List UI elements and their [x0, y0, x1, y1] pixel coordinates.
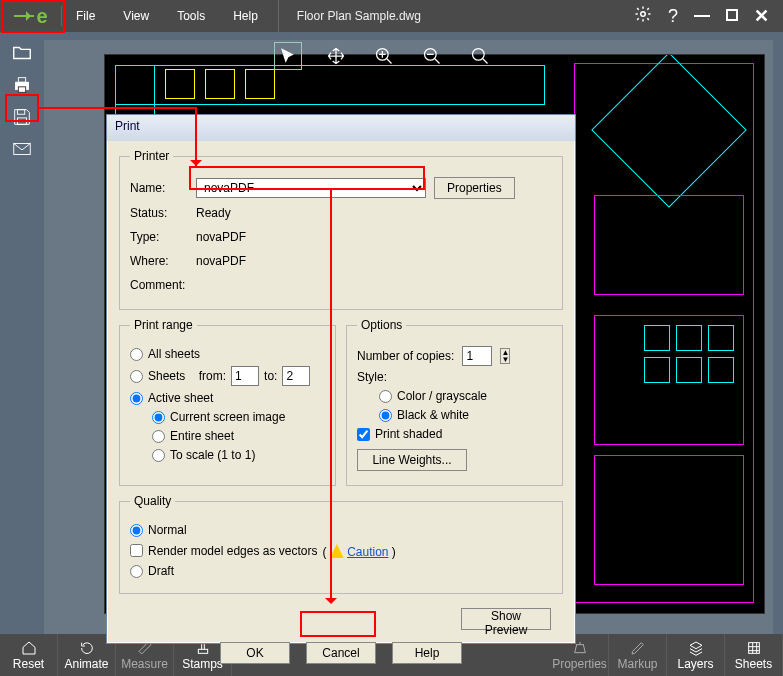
sheets-radio[interactable] [130, 370, 143, 383]
maximize-button[interactable] [726, 7, 738, 25]
reset-button[interactable]: Reset [0, 634, 58, 676]
layers-button[interactable]: Layers [667, 634, 725, 676]
app-logo[interactable]: e [0, 0, 62, 32]
cursor-icon[interactable] [274, 42, 302, 70]
to-scale-label: To scale (1 to 1) [170, 448, 255, 462]
vectors-label: Render model edges as vectors [148, 544, 317, 558]
settings-icon[interactable] [634, 5, 652, 27]
show-preview-button[interactable]: Show Preview [461, 608, 551, 630]
print-dialog: Print Printer Name: novaPDF Properties S… [106, 114, 576, 644]
style-label: Style: [357, 370, 552, 384]
printer-properties-button[interactable]: Properties [434, 177, 515, 199]
open-folder-icon[interactable] [7, 40, 37, 66]
sheets-label: Sheets [148, 369, 185, 383]
all-sheets-label: All sheets [148, 347, 200, 361]
options-group: Options Number of copies: ▲▼ Style: Colo… [346, 318, 563, 486]
printer-where-value: novaPDF [196, 254, 246, 268]
bw-radio[interactable] [379, 409, 392, 422]
svg-rect-11 [748, 642, 759, 653]
print-icon[interactable] [7, 72, 37, 98]
active-sheet-label: Active sheet [148, 391, 213, 405]
printer-comment-label: Comment: [130, 278, 188, 292]
svg-point-9 [473, 49, 485, 61]
svg-rect-2 [18, 78, 25, 83]
printer-name-label: Name: [130, 181, 188, 195]
printer-status-label: Status: [130, 206, 188, 220]
printer-group: Printer Name: novaPDF Properties Status:… [119, 149, 563, 310]
print-range-legend: Print range [130, 318, 197, 332]
arrow-icon [14, 15, 34, 17]
menubar: e File View Tools Help Floor Plan Sample… [0, 0, 783, 32]
zoom-window-icon[interactable] [466, 42, 494, 70]
copies-input[interactable] [462, 346, 492, 366]
logo-letter: e [36, 5, 47, 28]
draft-radio[interactable] [130, 565, 143, 578]
copies-spinner[interactable]: ▲▼ [500, 348, 510, 364]
print-shaded-checkbox[interactable] [357, 428, 370, 441]
active-sheet-radio[interactable] [130, 392, 143, 405]
print-range-group: Print range All sheets Sheets from: to: … [119, 318, 336, 486]
to-scale-radio[interactable] [152, 449, 165, 462]
menu-file[interactable]: File [62, 0, 109, 32]
warning-icon [330, 544, 344, 558]
color-label: Color / grayscale [397, 389, 487, 403]
printer-type-value: novaPDF [196, 230, 246, 244]
line-weights-button[interactable]: Line Weights... [357, 449, 467, 471]
printer-status-value: Ready [196, 206, 231, 220]
ok-button[interactable]: OK [220, 642, 290, 664]
cancel-button[interactable]: Cancel [306, 642, 376, 664]
printer-where-label: Where: [130, 254, 188, 268]
entire-sheet-label: Entire sheet [170, 429, 234, 443]
help-button[interactable]: Help [392, 642, 462, 664]
printer-legend: Printer [130, 149, 173, 163]
document-title: Floor Plan Sample.dwg [278, 0, 620, 32]
save-icon[interactable] [7, 104, 37, 130]
close-button[interactable]: ✕ [754, 5, 769, 27]
color-radio[interactable] [379, 390, 392, 403]
print-shaded-label: Print shaded [375, 427, 442, 441]
current-screen-label: Current screen image [170, 410, 285, 424]
caution-link[interactable]: Caution [347, 545, 388, 559]
from-label: from: [199, 369, 226, 383]
menu-view[interactable]: View [109, 0, 163, 32]
normal-label: Normal [148, 523, 187, 537]
draft-label: Draft [148, 564, 174, 578]
options-legend: Options [357, 318, 406, 332]
markup-button[interactable]: Markup [609, 634, 667, 676]
svg-rect-4 [17, 110, 24, 115]
sheets-button[interactable]: Sheets [725, 634, 783, 676]
entire-sheet-radio[interactable] [152, 430, 165, 443]
all-sheets-radio[interactable] [130, 348, 143, 361]
minimize-button[interactable] [694, 7, 710, 25]
canvas-toolbar [274, 42, 494, 70]
from-input[interactable] [231, 366, 259, 386]
menu-help[interactable]: Help [219, 0, 272, 32]
printer-type-label: Type: [130, 230, 188, 244]
to-input[interactable] [282, 366, 310, 386]
window-controls: ? ✕ [620, 0, 783, 32]
current-screen-radio[interactable] [152, 411, 165, 424]
zoom-out-icon[interactable] [418, 42, 446, 70]
quality-group: Quality Normal Render model edges as vec… [119, 494, 563, 594]
menu-tools[interactable]: Tools [163, 0, 219, 32]
help-icon[interactable]: ? [668, 6, 678, 27]
to-label: to: [264, 369, 277, 383]
zoom-in-icon[interactable] [370, 42, 398, 70]
svg-point-0 [641, 12, 646, 17]
quality-legend: Quality [130, 494, 175, 508]
normal-radio[interactable] [130, 524, 143, 537]
pan-icon[interactable] [322, 42, 350, 70]
vectors-checkbox[interactable] [130, 544, 143, 557]
svg-rect-5 [17, 118, 26, 124]
mail-icon[interactable] [7, 136, 37, 162]
dialog-title: Print [107, 115, 575, 141]
svg-rect-3 [18, 87, 25, 93]
left-toolbar [4, 40, 40, 162]
copies-label: Number of copies: [357, 349, 454, 363]
printer-name-select[interactable]: novaPDF [196, 178, 426, 198]
bw-label: Black & white [397, 408, 469, 422]
